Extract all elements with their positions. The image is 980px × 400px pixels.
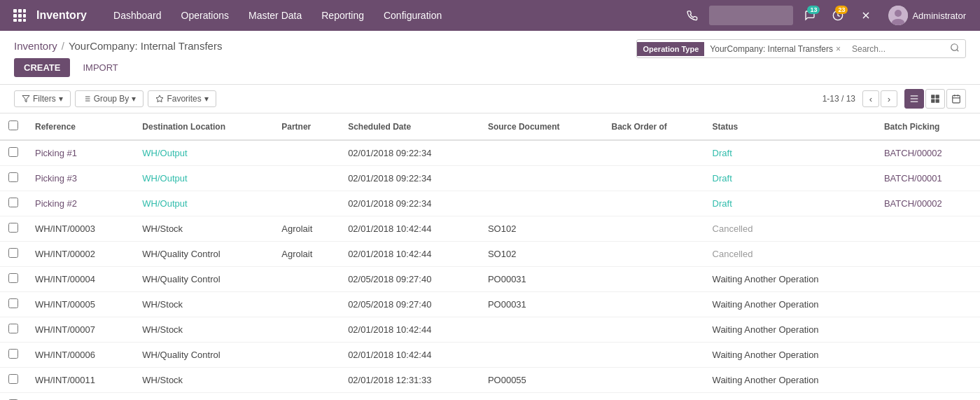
phone-icon[interactable] xyxy=(681,4,704,27)
cell-batch xyxy=(876,242,980,267)
search-input[interactable] xyxy=(846,41,944,57)
cell-reference[interactable]: Picking #2 xyxy=(27,191,134,216)
svg-rect-30 xyxy=(931,99,934,103)
filters-button[interactable]: Filters ▾ xyxy=(14,90,71,107)
cell-reference: WH/INT/00002 xyxy=(27,242,134,267)
cell-destination[interactable]: WH/Output xyxy=(134,166,273,191)
calendar-view-button[interactable] xyxy=(946,89,966,109)
chat-icon[interactable]: 13 xyxy=(799,4,821,27)
status-badge: Waiting Another Operation xyxy=(713,375,819,385)
batch-link[interactable]: BATCH/00002 xyxy=(884,148,942,158)
row-checkbox-cell[interactable] xyxy=(0,166,27,191)
source-text: SO102 xyxy=(488,249,516,259)
row-checkbox[interactable] xyxy=(8,349,18,359)
create-button[interactable]: CREATE xyxy=(14,58,70,77)
row-checkbox-cell[interactable] xyxy=(0,242,27,267)
row-checkbox[interactable] xyxy=(8,172,18,182)
reference-text: WH/INT/00007 xyxy=(35,324,95,335)
cell-date: 02/05/2018 09:27:40 xyxy=(340,267,479,292)
breadcrumb-parent[interactable]: Inventory xyxy=(14,40,57,52)
nav-configuration[interactable]: Configuration xyxy=(374,0,451,31)
activity-icon[interactable]: 23 xyxy=(827,4,849,27)
cell-batch[interactable]: BATCH/00002 xyxy=(876,140,980,166)
group-by-button[interactable]: Group By ▾ xyxy=(75,90,144,107)
toolbar-row: Filters ▾ Group By ▾ Favorites ▾ 1-13 / … xyxy=(0,85,980,113)
row-checkbox-cell[interactable] xyxy=(0,216,27,242)
row-checkbox[interactable] xyxy=(8,298,18,308)
cell-destination[interactable]: WH/Output xyxy=(134,140,273,166)
cell-partner xyxy=(273,292,340,317)
nav-search-input[interactable] xyxy=(709,6,793,25)
date-text: 02/05/2018 09:27:40 xyxy=(348,274,431,284)
source-text: PO00031 xyxy=(488,274,526,284)
nav-dashboard[interactable]: Dashboard xyxy=(104,0,172,31)
row-checkbox-cell[interactable] xyxy=(0,317,27,343)
col-partner: Partner xyxy=(273,113,340,140)
reference-link[interactable]: Picking #3 xyxy=(35,173,77,184)
cell-batch[interactable]: BATCH/00001 xyxy=(876,166,980,191)
nav-operations[interactable]: Operations xyxy=(172,0,239,31)
cell-date: 02/01/2018 12:31:33 xyxy=(340,368,479,393)
row-checkbox-cell[interactable] xyxy=(0,393,27,401)
cell-destination[interactable]: WH/Output xyxy=(134,191,273,216)
list-view-button[interactable] xyxy=(904,89,924,109)
nav-reporting[interactable]: Reporting xyxy=(312,0,374,31)
row-checkbox[interactable] xyxy=(8,324,18,333)
row-checkbox[interactable] xyxy=(8,248,18,258)
cell-destination: WH/Quality Control xyxy=(134,242,273,267)
status-badge: Waiting Another Operation xyxy=(713,299,819,310)
cell-reference[interactable]: Picking #1 xyxy=(27,140,134,166)
avatar xyxy=(888,6,908,25)
select-all-checkbox[interactable] xyxy=(8,120,18,130)
operation-type-value: YourCompany: Internal Transfers × xyxy=(704,41,846,57)
user-menu[interactable]: Administrator xyxy=(883,6,972,25)
batch-link[interactable]: BATCH/00001 xyxy=(884,173,942,184)
page-header: Inventory / YourCompany: Internal Transf… xyxy=(0,31,980,85)
status-badge: Draft xyxy=(713,148,732,158)
cell-reference: WH/INT/00005 xyxy=(27,292,134,317)
select-all-header[interactable] xyxy=(0,113,27,140)
row-checkbox-cell[interactable] xyxy=(0,343,27,368)
cell-destination: WH/Stock xyxy=(134,317,273,343)
batch-link[interactable]: BATCH/00002 xyxy=(884,198,942,209)
row-checkbox-cell[interactable] xyxy=(0,267,27,292)
row-checkbox-cell[interactable] xyxy=(0,292,27,317)
row-checkbox-cell[interactable] xyxy=(0,368,27,393)
destination-text: WH/Quality Control xyxy=(142,274,220,284)
app-grid-icon[interactable] xyxy=(8,4,31,27)
prev-page-button[interactable]: ‹ xyxy=(862,90,879,107)
next-page-button[interactable]: › xyxy=(881,90,897,107)
row-checkbox[interactable] xyxy=(8,223,18,233)
destination-link[interactable]: WH/Output xyxy=(142,173,187,184)
nav-master-data[interactable]: Master Data xyxy=(239,0,312,31)
destination-text: WH/Stock xyxy=(142,324,183,335)
cell-reference[interactable]: Picking #3 xyxy=(27,166,134,191)
row-checkbox[interactable] xyxy=(8,374,18,384)
date-text: 02/01/2018 10:42:44 xyxy=(348,350,431,360)
row-checkbox-cell[interactable] xyxy=(0,140,27,166)
filter-tag-remove[interactable]: × xyxy=(836,44,841,54)
transfers-table: Reference Destination Location Partner S… xyxy=(0,113,980,400)
destination-link[interactable]: WH/Output xyxy=(142,198,187,209)
col-scheduled-date: Scheduled Date xyxy=(340,113,479,140)
svg-rect-32 xyxy=(953,95,960,103)
reference-link[interactable]: Picking #2 xyxy=(35,198,77,209)
close-icon[interactable] xyxy=(855,4,877,27)
row-checkbox[interactable] xyxy=(8,198,18,207)
reference-link[interactable]: Picking #1 xyxy=(35,148,77,158)
cell-status: Ready xyxy=(704,393,876,401)
row-checkbox[interactable] xyxy=(8,273,18,283)
status-badge: Waiting Another Operation xyxy=(713,324,819,335)
row-checkbox[interactable] xyxy=(8,147,18,157)
status-badge: Cancelled xyxy=(713,249,753,259)
cell-batch xyxy=(876,343,980,368)
import-button[interactable]: IMPORT xyxy=(76,58,125,77)
cell-reference: WH/INT/00011 xyxy=(27,368,134,393)
row-checkbox-cell[interactable] xyxy=(0,191,27,216)
source-text: SO102 xyxy=(488,223,516,234)
destination-link[interactable]: WH/Output xyxy=(142,148,187,158)
favorites-button[interactable]: Favorites ▾ xyxy=(148,90,216,107)
kanban-view-button[interactable] xyxy=(925,89,945,109)
cell-batch[interactable]: BATCH/00002 xyxy=(876,191,980,216)
search-button[interactable] xyxy=(944,40,965,57)
